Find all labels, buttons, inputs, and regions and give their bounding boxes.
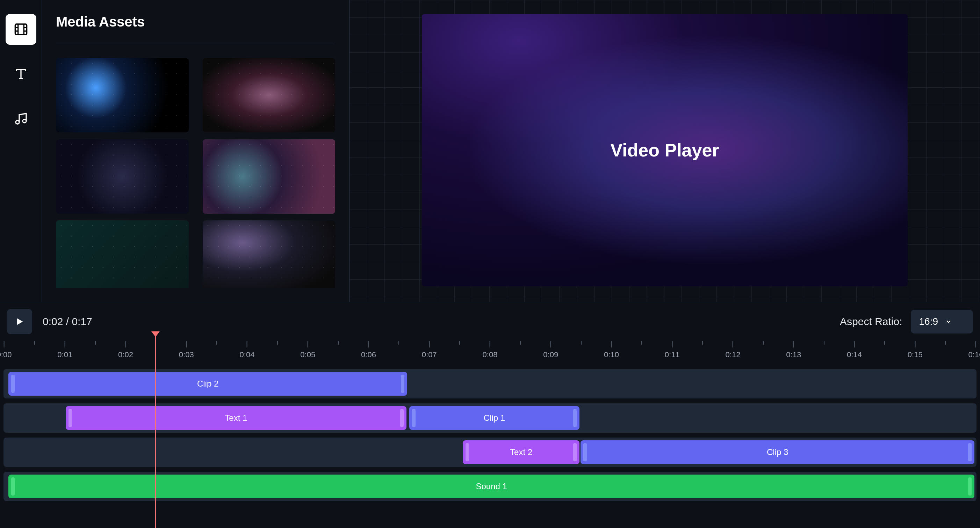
timeline-ruler[interactable]: 0:000:010:020:030:040:050:060:070:080:09… — [0, 341, 980, 362]
aspect-ratio-select[interactable]: 16:9 — [911, 310, 974, 333]
svg-point-9 — [16, 121, 19, 124]
media-thumb[interactable] — [203, 140, 336, 214]
video-player[interactable]: Video Player — [422, 14, 908, 286]
play-icon — [15, 317, 24, 327]
clip-label: Sound 1 — [476, 482, 507, 492]
ruler-tick-label: 0:06 — [361, 350, 376, 359]
ruler-minor-tick — [824, 341, 824, 345]
clip-label: Text 1 — [225, 413, 247, 423]
ruler-tick-label: 0:03 — [179, 350, 194, 359]
ruler-minor-tick — [34, 341, 35, 345]
ruler-minor-tick — [95, 341, 96, 345]
ruler-tick: 0:14 — [847, 341, 862, 359]
timeline-track[interactable]: Text 2Clip 3 — [3, 438, 977, 467]
timeline-clip[interactable]: Clip 3 — [581, 440, 975, 464]
ruler-tick: 0:08 — [483, 341, 498, 359]
ruler-tick: 0:04 — [240, 341, 255, 359]
ruler-tick: 0:06 — [361, 341, 376, 359]
ruler-tick: 0:11 — [665, 341, 680, 359]
ruler-tick: 0:00 — [0, 341, 11, 359]
ruler-minor-tick — [156, 341, 156, 345]
timeline-clip[interactable]: Text 2 — [463, 440, 579, 464]
ruler-tick: 0:10 — [604, 341, 619, 359]
film-icon — [14, 22, 28, 36]
media-panel-title: Media Assets — [56, 14, 335, 44]
media-tool-button[interactable] — [6, 14, 37, 45]
aspect-ratio-value: 16:9 — [919, 316, 939, 327]
ruler-minor-tick — [581, 341, 582, 345]
time-separator: / — [63, 316, 72, 327]
ruler-tick: 0:13 — [786, 341, 801, 359]
ruler-tick: 0:01 — [57, 341, 72, 359]
media-panel: Media Assets — [42, 0, 350, 302]
timeline-clip[interactable]: Text 1 — [66, 406, 406, 430]
controls-bar: 0:02 / 0:17 Aspect Ratio: 16:9 — [0, 302, 980, 341]
music-icon — [14, 112, 28, 126]
audio-tool-button[interactable] — [6, 103, 37, 134]
svg-marker-11 — [17, 319, 23, 325]
ruler-minor-tick — [338, 341, 339, 345]
timeline-clip[interactable]: Sound 1 — [8, 474, 975, 498]
media-thumb[interactable] — [203, 220, 336, 288]
ruler-tick-label: 0:07 — [422, 350, 437, 359]
top-section: Media Assets Video Player — [0, 0, 980, 302]
ruler-minor-tick — [277, 341, 278, 345]
ruler-minor-tick — [884, 341, 885, 345]
svg-rect-0 — [15, 24, 27, 35]
tracks-container: Clip 2Text 1Clip 1Text 2Clip 3Sound 1 — [0, 362, 980, 528]
chevron-down-icon — [945, 318, 952, 325]
media-thumb[interactable] — [56, 220, 189, 288]
tool-sidebar — [0, 0, 42, 302]
clip-label: Clip 2 — [197, 379, 218, 388]
clip-label: Clip 1 — [484, 413, 505, 423]
ruler-tick-label: 0:01 — [57, 350, 72, 359]
ruler-minor-tick — [520, 341, 521, 345]
controls-left: 0:02 / 0:17 — [7, 309, 92, 334]
ruler-tick-label: 0:05 — [300, 350, 315, 359]
ruler-tick-label: 0:10 — [604, 350, 619, 359]
text-tool-button[interactable] — [6, 59, 37, 89]
ruler-tick-label: 0:13 — [786, 350, 801, 359]
timeline-track[interactable]: Sound 1 — [3, 472, 977, 501]
ruler-tick-label: 0:16 — [969, 350, 980, 359]
video-editor-app: Media Assets Video Player — [0, 0, 980, 528]
clip-label: Clip 3 — [767, 447, 788, 457]
ruler-tick: 0:07 — [422, 341, 437, 359]
ruler-tick: 0:09 — [543, 341, 558, 359]
ruler-tick: 0:12 — [725, 341, 741, 359]
clip-label: Text 2 — [510, 447, 532, 457]
timeline-clip[interactable]: Clip 1 — [409, 406, 579, 430]
media-thumb[interactable] — [203, 58, 336, 132]
media-thumb[interactable] — [56, 140, 189, 214]
text-icon — [14, 67, 28, 81]
ruler-tick-label: 0:04 — [240, 350, 255, 359]
ruler-tick: 0:02 — [118, 341, 133, 359]
video-player-label: Video Player — [610, 140, 719, 161]
ruler-minor-tick — [702, 341, 703, 345]
timeline-section: 0:02 / 0:17 Aspect Ratio: 16:9 0:000:010… — [0, 302, 980, 528]
controls-right: Aspect Ratio: 16:9 — [840, 310, 973, 333]
current-time: 0:02 — [43, 316, 63, 327]
timeline-track[interactable]: Text 1Clip 1 — [3, 403, 977, 433]
ruler-tick: 0:15 — [908, 341, 923, 359]
ruler-tick-label: 0:02 — [118, 350, 133, 359]
ruler-minor-tick — [459, 341, 460, 345]
ruler-tick-label: 0:15 — [908, 350, 923, 359]
ruler-tick: 0:05 — [300, 341, 315, 359]
ruler-tick: 0:03 — [179, 341, 194, 359]
total-time: 0:17 — [72, 316, 92, 327]
ruler-tick-label: 0:08 — [483, 350, 498, 359]
timeline-track[interactable]: Clip 2 — [3, 369, 977, 398]
timeline-clip[interactable]: Clip 2 — [8, 372, 407, 396]
ruler-minor-tick — [945, 341, 946, 345]
ruler-minor-tick — [641, 341, 642, 345]
play-button[interactable] — [7, 309, 32, 334]
svg-point-10 — [23, 119, 26, 123]
media-thumb[interactable] — [56, 58, 189, 132]
media-grid — [56, 58, 335, 288]
ruler-minor-tick — [216, 341, 217, 345]
preview-area: Video Player — [350, 0, 980, 302]
ruler-tick-label: 0:12 — [725, 350, 741, 359]
ruler-tick-label: 0:14 — [847, 350, 862, 359]
ruler-tick: 0:16 — [969, 341, 980, 359]
